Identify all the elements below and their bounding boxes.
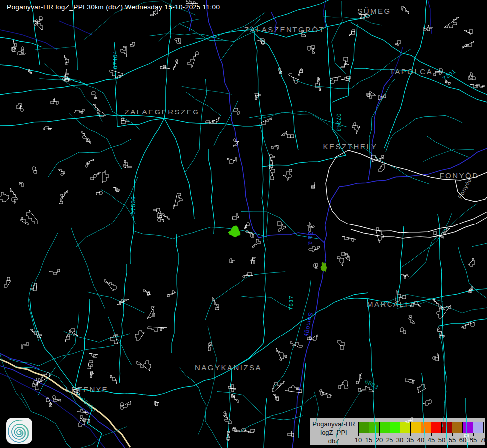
city-label-fonyd: FONYÓD: [439, 171, 479, 180]
city-label-zalaszentgrt: ZALASZENTGRÓT: [244, 25, 325, 34]
spiral-icon: [6, 418, 32, 444]
city-label-tapolca: TAPOLCA: [390, 67, 433, 76]
city-label-keszthely: KESZTHELY: [323, 142, 378, 151]
city-label-zalaegerszeg: ZALAEGERSZEG: [125, 108, 200, 116]
road-label-7537: 7537: [288, 295, 294, 310]
road-label-07343: 07343: [336, 114, 342, 132]
city-label-nagykanizsa: NAGYKANIZSA: [195, 363, 262, 372]
city-label-marcali: MARCALI: [367, 300, 408, 308]
river-label-somogy: Somogy: [303, 312, 314, 337]
road-label-fonyd: Fonyód: [457, 177, 472, 200]
city-label-letenye: LETENYE: [66, 385, 108, 394]
road-label-6803: 6803: [364, 378, 380, 390]
map-labels: SÜMEGZALASZENTGRÓTTAPOLCAZALAEGERSZEGKES…: [0, 0, 487, 448]
road-label-07536: 07536: [130, 196, 136, 215]
road-label-06835: 06835: [80, 396, 97, 413]
radar-screen: Poganyvar-HR logZ_PPI dbZ 10152025303540…: [0, 0, 487, 448]
city-label-smeg: SÜMEG: [357, 7, 391, 15]
river-label-zala: Zala: [307, 231, 314, 245]
hungaromet-logo: [6, 418, 32, 444]
road-label-7301: 7301: [442, 68, 457, 82]
road-label-07404: 07404: [112, 51, 118, 69]
product-title: Poganyvar-HR logZ_PPI 30km (dbZ) Wednesd…: [7, 3, 220, 11]
